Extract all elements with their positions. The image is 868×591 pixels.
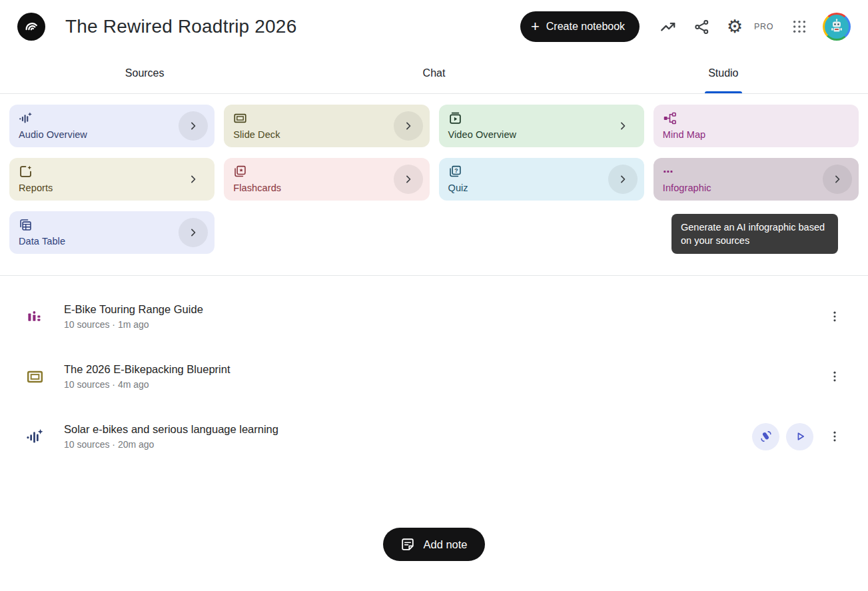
infographic-tooltip: Generate an AI infographic based on your… [671, 214, 838, 254]
tab-sources[interactable]: Sources [0, 53, 289, 93]
create-notebook-label: Create notebook [546, 21, 625, 33]
list-item[interactable]: The 2026 E-Bikepacking Blueprint 10 sour… [25, 346, 848, 406]
item-title: The 2026 E-Bikepacking Blueprint [64, 363, 230, 376]
card-infographic[interactable]: Infographic [653, 158, 859, 201]
pro-badge: PRO [754, 22, 773, 31]
card-data-table[interactable]: Data Table [9, 211, 215, 254]
slide-deck-icon [233, 111, 392, 125]
chevron-button[interactable] [823, 165, 852, 194]
mind-map-icon [663, 111, 821, 125]
infographic-bars-icon [25, 308, 44, 326]
waving-hand-icon [759, 429, 773, 444]
studio-card-panel: Audio Overview Slide Deck [0, 94, 868, 276]
audio-waveform-icon [25, 428, 44, 446]
item-menu-button[interactable] [821, 303, 848, 330]
add-note-row: Add note [0, 528, 868, 561]
chevron-button[interactable] [608, 165, 638, 194]
card-slide-deck[interactable]: Slide Deck [224, 105, 429, 147]
card-label: Flashcards [233, 183, 392, 193]
card-quiz[interactable]: ? Quiz [439, 158, 644, 201]
item-title: E-Bike Touring Range Guide [64, 303, 203, 316]
card-label: Audio Overview [19, 129, 177, 140]
item-menu-button[interactable] [821, 423, 848, 450]
item-title: Solar e-bikes and serious language learn… [64, 423, 278, 436]
card-label: Infographic [663, 183, 821, 193]
slide-deck-icon [25, 368, 44, 386]
chevron-button[interactable] [179, 111, 208, 141]
chevron-right-icon [402, 173, 415, 186]
play-icon [793, 429, 807, 444]
apps-grid-icon [792, 19, 807, 34]
card-label: Quiz [448, 183, 607, 193]
chevron-right-icon [616, 119, 630, 133]
chevron-button[interactable] [394, 165, 423, 194]
data-table-icon [19, 218, 177, 231]
report-sparkle-icon [19, 165, 177, 178]
kebab-menu-icon [828, 310, 841, 323]
chevron-button[interactable] [179, 218, 208, 247]
quiz-icon: ? [448, 165, 607, 178]
audio-waveform-icon [19, 111, 177, 125]
add-note-button[interactable]: Add note [383, 528, 484, 561]
trending-up-icon [659, 18, 677, 35]
chevron-right-icon [187, 173, 200, 186]
main-tabs: Sources Chat Studio [0, 53, 868, 94]
card-label: Mind Map [663, 129, 821, 140]
robot-avatar-icon [828, 18, 845, 35]
tab-chat[interactable]: Chat [289, 53, 578, 93]
chevron-right-icon [187, 226, 200, 239]
share-button[interactable] [687, 13, 715, 41]
apps-grid-button[interactable] [785, 13, 813, 41]
list-item[interactable]: E-Bike Touring Range Guide 10 sources · … [25, 287, 848, 346]
share-icon [693, 19, 710, 35]
create-notebook-button[interactable]: + Create notebook [520, 11, 640, 42]
tab-chat-label: Chat [423, 67, 446, 79]
flashcards-icon [233, 165, 392, 178]
ellipsis-loading-icon [663, 165, 821, 178]
settings-button[interactable]: ⚙ [721, 13, 749, 41]
card-audio-overview[interactable]: Audio Overview [9, 105, 215, 147]
card-video-overview[interactable]: Video Overview [439, 105, 644, 147]
chevron-button[interactable] [608, 111, 638, 141]
item-meta: 10 sources · 1m ago [64, 319, 203, 330]
chevron-right-icon [831, 173, 844, 186]
item-menu-button[interactable] [821, 363, 848, 390]
chevron-right-icon [402, 119, 415, 133]
card-label: Video Overview [448, 129, 607, 140]
card-label: Data Table [19, 236, 177, 247]
gear-icon: ⚙ [727, 18, 743, 36]
kebab-menu-icon [828, 430, 841, 443]
interactive-mode-button[interactable] [752, 423, 779, 450]
app-header: The Rewired Roadtrip 2026 + Create noteb… [0, 0, 868, 53]
card-mind-map[interactable]: Mind Map [653, 105, 859, 147]
chevron-right-icon [616, 173, 630, 186]
card-label: Reports [19, 183, 177, 193]
add-note-label: Add note [423, 538, 467, 551]
play-audio-button[interactable] [786, 423, 813, 450]
tab-sources-label: Sources [125, 67, 165, 79]
page-title: The Rewired Roadtrip 2026 [65, 16, 296, 37]
note-icon [400, 537, 415, 552]
analytics-button[interactable] [654, 13, 682, 41]
card-flashcards[interactable]: Flashcards [224, 158, 429, 201]
card-reports[interactable]: Reports [9, 158, 215, 201]
kebab-menu-icon [828, 370, 841, 383]
tab-studio-label: Studio [708, 67, 738, 79]
artifact-list: E-Bike Touring Range Guide 10 sources · … [0, 276, 868, 466]
list-item[interactable]: Solar e-bikes and serious language learn… [25, 406, 848, 466]
tab-active-underline [705, 91, 742, 93]
logo-arcs-icon [23, 18, 40, 35]
tab-studio[interactable]: Studio [579, 53, 868, 93]
video-overview-icon [448, 111, 607, 125]
notebooklm-logo[interactable] [17, 13, 45, 41]
card-label: Slide Deck [233, 129, 392, 140]
plus-icon: + [531, 19, 540, 34]
item-meta: 10 sources · 4m ago [64, 379, 230, 390]
avatar[interactable] [823, 13, 851, 41]
chevron-button[interactable] [394, 111, 423, 141]
svg-text:?: ? [454, 167, 458, 173]
chevron-button[interactable] [179, 165, 208, 194]
chevron-right-icon [187, 119, 200, 133]
item-meta: 10 sources · 20m ago [64, 439, 278, 450]
